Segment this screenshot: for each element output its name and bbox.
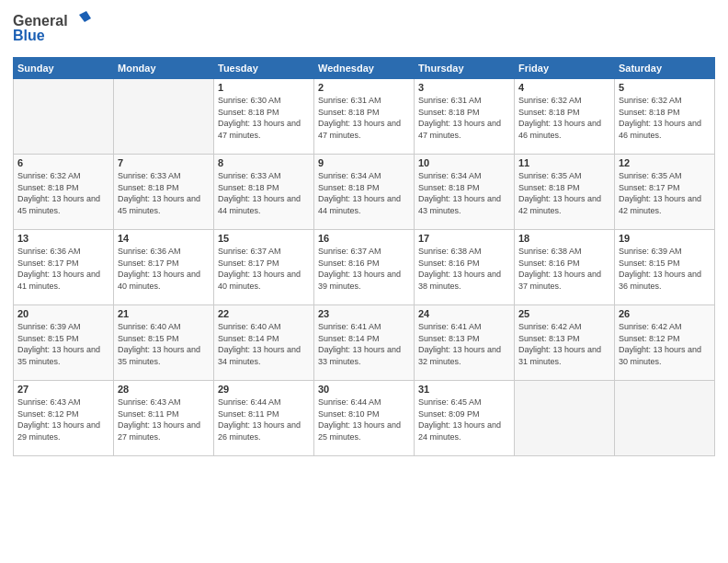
calendar-cell (515, 381, 615, 456)
calendar-cell: 4Sunrise: 6:32 AM Sunset: 8:18 PM Daylig… (515, 79, 615, 155)
day-number: 15 (218, 233, 310, 244)
day-number: 5 (619, 82, 711, 93)
day-info: Sunrise: 6:39 AM Sunset: 8:15 PM Dayligh… (619, 246, 711, 292)
day-number: 29 (218, 384, 310, 395)
calendar-cell: 27Sunrise: 6:43 AM Sunset: 8:12 PM Dayli… (14, 381, 114, 456)
calendar-cell: 5Sunrise: 6:32 AM Sunset: 8:18 PM Daylig… (615, 79, 715, 155)
day-info: Sunrise: 6:32 AM Sunset: 8:18 PM Dayligh… (619, 95, 711, 141)
calendar-cell: 25Sunrise: 6:42 AM Sunset: 8:13 PM Dayli… (515, 305, 615, 381)
day-info: Sunrise: 6:37 AM Sunset: 8:17 PM Dayligh… (218, 246, 310, 292)
day-info: Sunrise: 6:43 AM Sunset: 8:12 PM Dayligh… (17, 396, 109, 442)
logo-block: General Blue (13, 9, 96, 52)
day-number: 21 (118, 308, 210, 319)
calendar-cell: 13Sunrise: 6:36 AM Sunset: 8:17 PM Dayli… (14, 230, 114, 305)
calendar-cell: 21Sunrise: 6:40 AM Sunset: 8:15 PM Dayli… (114, 305, 214, 381)
svg-marker-1 (79, 11, 91, 22)
weekday-header-thursday: Thursday (415, 58, 515, 79)
day-number: 19 (619, 233, 711, 244)
calendar-cell: 17Sunrise: 6:38 AM Sunset: 8:16 PM Dayli… (415, 230, 515, 305)
calendar-cell: 19Sunrise: 6:39 AM Sunset: 8:15 PM Dayli… (615, 230, 715, 305)
day-info: Sunrise: 6:41 AM Sunset: 8:13 PM Dayligh… (418, 321, 510, 367)
header: General Blue (13, 9, 715, 52)
calendar-cell (114, 79, 214, 155)
day-info: Sunrise: 6:44 AM Sunset: 8:11 PM Dayligh… (218, 396, 310, 442)
calendar-week-row: 20Sunrise: 6:39 AM Sunset: 8:15 PM Dayli… (14, 305, 715, 381)
day-number: 2 (318, 82, 410, 93)
day-info: Sunrise: 6:40 AM Sunset: 8:14 PM Dayligh… (218, 321, 310, 367)
calendar-cell: 14Sunrise: 6:36 AM Sunset: 8:17 PM Dayli… (114, 230, 214, 305)
day-number: 18 (518, 233, 610, 244)
svg-text:General: General (13, 13, 68, 29)
day-number: 22 (218, 308, 310, 319)
calendar-cell: 20Sunrise: 6:39 AM Sunset: 8:15 PM Dayli… (14, 305, 114, 381)
day-number: 30 (318, 384, 410, 395)
day-info: Sunrise: 6:42 AM Sunset: 8:13 PM Dayligh… (518, 321, 610, 367)
day-number: 26 (619, 308, 711, 319)
calendar-cell: 15Sunrise: 6:37 AM Sunset: 8:17 PM Dayli… (214, 230, 314, 305)
calendar-cell (14, 79, 114, 155)
calendar-cell: 28Sunrise: 6:43 AM Sunset: 8:11 PM Dayli… (114, 381, 214, 456)
day-info: Sunrise: 6:42 AM Sunset: 8:12 PM Dayligh… (619, 321, 711, 367)
weekday-header-saturday: Saturday (615, 58, 715, 79)
day-number: 17 (418, 233, 510, 244)
day-number: 16 (318, 233, 410, 244)
calendar-cell: 26Sunrise: 6:42 AM Sunset: 8:12 PM Dayli… (615, 305, 715, 381)
weekday-header-tuesday: Tuesday (214, 58, 314, 79)
day-info: Sunrise: 6:35 AM Sunset: 8:18 PM Dayligh… (518, 170, 610, 216)
weekday-header-monday: Monday (114, 58, 214, 79)
day-info: Sunrise: 6:31 AM Sunset: 8:18 PM Dayligh… (318, 95, 410, 141)
day-info: Sunrise: 6:38 AM Sunset: 8:16 PM Dayligh… (518, 246, 610, 292)
day-info: Sunrise: 6:40 AM Sunset: 8:15 PM Dayligh… (118, 321, 210, 367)
weekday-header-wednesday: Wednesday (314, 58, 415, 79)
day-info: Sunrise: 6:30 AM Sunset: 8:18 PM Dayligh… (218, 95, 310, 141)
page-container: General Blue SundayMondayTuesdayWednesda… (0, 0, 728, 465)
weekday-header-sunday: Sunday (14, 58, 114, 79)
day-number: 1 (218, 82, 310, 93)
day-info: Sunrise: 6:45 AM Sunset: 8:09 PM Dayligh… (418, 396, 510, 442)
day-number: 31 (418, 384, 510, 395)
day-number: 9 (318, 157, 410, 168)
calendar-cell: 8Sunrise: 6:33 AM Sunset: 8:18 PM Daylig… (214, 155, 314, 230)
day-info: Sunrise: 6:36 AM Sunset: 8:17 PM Dayligh… (17, 246, 109, 292)
day-number: 14 (118, 233, 210, 244)
calendar-cell: 10Sunrise: 6:34 AM Sunset: 8:18 PM Dayli… (415, 155, 515, 230)
calendar-cell: 7Sunrise: 6:33 AM Sunset: 8:18 PM Daylig… (114, 155, 214, 230)
svg-text:Blue: Blue (13, 28, 45, 43)
day-info: Sunrise: 6:39 AM Sunset: 8:15 PM Dayligh… (17, 321, 109, 367)
day-number: 7 (118, 157, 210, 168)
day-number: 28 (118, 384, 210, 395)
logo: General Blue (13, 9, 96, 52)
day-info: Sunrise: 6:37 AM Sunset: 8:16 PM Dayligh… (318, 246, 410, 292)
day-info: Sunrise: 6:44 AM Sunset: 8:10 PM Dayligh… (318, 396, 410, 442)
calendar-cell: 23Sunrise: 6:41 AM Sunset: 8:14 PM Dayli… (314, 305, 415, 381)
calendar-cell: 24Sunrise: 6:41 AM Sunset: 8:13 PM Dayli… (415, 305, 515, 381)
calendar-cell: 31Sunrise: 6:45 AM Sunset: 8:09 PM Dayli… (415, 381, 515, 456)
day-info: Sunrise: 6:33 AM Sunset: 8:18 PM Dayligh… (218, 170, 310, 216)
calendar-cell: 1Sunrise: 6:30 AM Sunset: 8:18 PM Daylig… (214, 79, 314, 155)
day-info: Sunrise: 6:31 AM Sunset: 8:18 PM Dayligh… (418, 95, 510, 141)
calendar-cell: 22Sunrise: 6:40 AM Sunset: 8:14 PM Dayli… (214, 305, 314, 381)
day-number: 3 (418, 82, 510, 93)
day-number: 25 (518, 308, 610, 319)
calendar-cell (615, 381, 715, 456)
calendar-table: SundayMondayTuesdayWednesdayThursdayFrid… (13, 57, 715, 456)
calendar-cell: 9Sunrise: 6:34 AM Sunset: 8:18 PM Daylig… (314, 155, 415, 230)
day-number: 27 (17, 384, 109, 395)
day-number: 11 (518, 157, 610, 168)
calendar-week-row: 6Sunrise: 6:32 AM Sunset: 8:18 PM Daylig… (14, 155, 715, 230)
day-number: 8 (218, 157, 310, 168)
day-info: Sunrise: 6:33 AM Sunset: 8:18 PM Dayligh… (118, 170, 210, 216)
day-info: Sunrise: 6:34 AM Sunset: 8:18 PM Dayligh… (418, 170, 510, 216)
calendar-cell: 29Sunrise: 6:44 AM Sunset: 8:11 PM Dayli… (214, 381, 314, 456)
header-row: SundayMondayTuesdayWednesdayThursdayFrid… (14, 58, 715, 79)
calendar-cell: 11Sunrise: 6:35 AM Sunset: 8:18 PM Dayli… (515, 155, 615, 230)
day-info: Sunrise: 6:36 AM Sunset: 8:17 PM Dayligh… (118, 246, 210, 292)
calendar-cell: 18Sunrise: 6:38 AM Sunset: 8:16 PM Dayli… (515, 230, 615, 305)
day-number: 10 (418, 157, 510, 168)
day-number: 12 (619, 157, 711, 168)
day-number: 20 (17, 308, 109, 319)
day-number: 6 (17, 157, 109, 168)
day-info: Sunrise: 6:34 AM Sunset: 8:18 PM Dayligh… (318, 170, 410, 216)
logo-svg: General Blue (13, 9, 96, 48)
day-number: 23 (318, 308, 410, 319)
